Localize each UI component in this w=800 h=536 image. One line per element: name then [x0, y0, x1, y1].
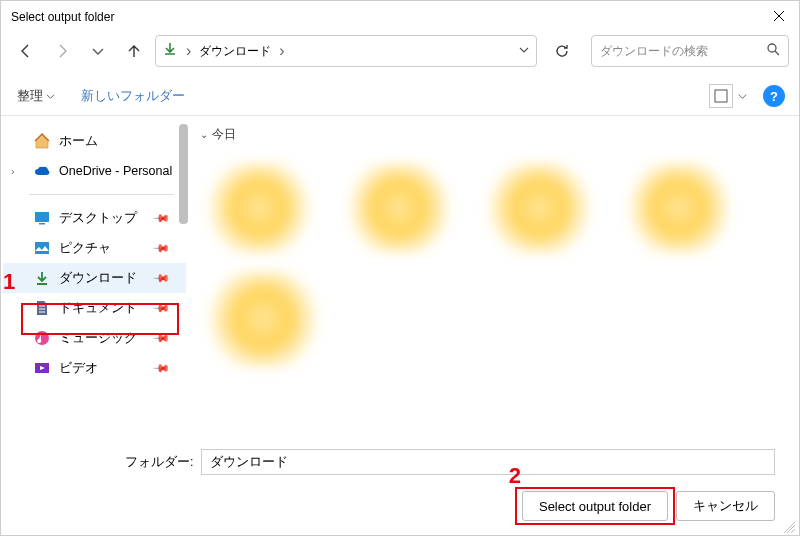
search-input[interactable] [600, 36, 766, 66]
folder-thumbnail[interactable] [624, 163, 734, 253]
view-mode-dropdown[interactable] [735, 92, 749, 101]
forward-button[interactable] [47, 37, 77, 65]
select-output-folder-button[interactable]: Select output folder [522, 491, 668, 521]
chevron-down-icon [46, 92, 55, 101]
resize-grip[interactable] [784, 520, 796, 532]
main-area: ホーム › OneDrive - Personal デスクトップ 📌 ピクチャ … [1, 116, 799, 441]
group-header-today[interactable]: ⌄ 今日 [194, 122, 799, 147]
documents-icon [33, 299, 51, 317]
title-bar: Select output folder [1, 1, 799, 33]
arrow-left-icon [18, 43, 34, 59]
command-toolbar: 整理 新しいフォルダー ? [1, 77, 799, 116]
folder-name-input[interactable] [201, 449, 775, 475]
sidebar-item-video[interactable]: ビデオ 📌 [3, 353, 186, 383]
svg-rect-1 [715, 90, 727, 102]
refresh-icon [554, 43, 570, 59]
sidebar-item-documents[interactable]: ドキュメント 📌 [3, 293, 186, 323]
chevron-down-icon [738, 92, 747, 101]
cancel-button[interactable]: キャンセル [676, 491, 775, 521]
svg-point-0 [768, 44, 776, 52]
folder-thumbnail[interactable] [204, 163, 314, 253]
folder-label: フォルダー: [125, 454, 193, 471]
up-button[interactable] [119, 37, 149, 65]
recent-locations-button[interactable] [83, 37, 113, 65]
sidebar-item-onedrive[interactable]: › OneDrive - Personal [3, 156, 186, 186]
content-pane: ⌄ 今日 [188, 116, 799, 441]
arrow-right-icon [54, 43, 70, 59]
folder-thumbnail[interactable] [344, 163, 454, 253]
close-button[interactable] [773, 9, 785, 25]
divider [29, 194, 174, 195]
breadcrumb-separator: › [279, 42, 284, 60]
address-bar[interactable]: › ダウンロード › [155, 35, 537, 67]
sidebar-scrollbar[interactable] [179, 124, 188, 224]
address-dropdown[interactable] [518, 42, 530, 60]
arrow-up-icon [126, 43, 142, 59]
navigation-toolbar: › ダウンロード › [1, 33, 799, 77]
home-icon [33, 132, 51, 150]
chevron-down-icon: ⌄ [200, 129, 208, 140]
pin-icon: 📌 [151, 208, 170, 227]
svg-rect-4 [35, 242, 49, 254]
chevron-down-icon [518, 44, 530, 56]
view-grid-icon [714, 89, 728, 103]
sidebar-item-desktop[interactable]: デスクトップ 📌 [3, 203, 186, 233]
pin-icon: 📌 [151, 298, 170, 317]
desktop-icon [33, 209, 51, 227]
folder-thumbnail[interactable] [204, 271, 322, 367]
search-icon [766, 42, 780, 60]
new-folder-button[interactable]: 新しいフォルダー [79, 84, 187, 108]
organize-button[interactable]: 整理 [15, 84, 57, 108]
help-button[interactable]: ? [763, 85, 785, 107]
download-icon [33, 269, 51, 287]
breadcrumb-separator: › [186, 42, 191, 60]
pin-icon: 📌 [151, 238, 170, 257]
refresh-button[interactable] [547, 37, 577, 65]
view-mode-button[interactable] [709, 84, 733, 108]
close-icon [773, 10, 785, 22]
folder-thumbnail[interactable] [484, 163, 594, 253]
chevron-right-icon: › [11, 165, 15, 177]
video-icon [33, 359, 51, 377]
svg-rect-2 [35, 212, 49, 222]
breadcrumb-item[interactable]: ダウンロード [199, 43, 271, 60]
sidebar-item-pictures[interactable]: ピクチャ 📌 [3, 233, 186, 263]
pin-icon: 📌 [151, 328, 170, 347]
download-folder-icon [162, 41, 178, 61]
music-icon [33, 329, 51, 347]
sidebar-item-music[interactable]: ミュージック 📌 [3, 323, 186, 353]
window-title: Select output folder [11, 10, 114, 24]
pin-icon: 📌 [151, 268, 170, 287]
svg-point-5 [35, 331, 49, 345]
chevron-down-icon [90, 43, 106, 59]
pin-icon: 📌 [151, 358, 170, 377]
bottom-bar: フォルダー: Select output folder キャンセル 2 [1, 441, 799, 535]
navigation-pane: ホーム › OneDrive - Personal デスクトップ 📌 ピクチャ … [1, 116, 188, 441]
back-button[interactable] [11, 37, 41, 65]
sidebar-item-home[interactable]: ホーム [3, 126, 186, 156]
cloud-icon [33, 162, 51, 180]
svg-rect-3 [39, 223, 45, 225]
pictures-icon [33, 239, 51, 257]
items-grid [194, 147, 799, 383]
sidebar-item-downloads[interactable]: ダウンロード 📌 [3, 263, 186, 293]
search-box[interactable] [591, 35, 789, 67]
